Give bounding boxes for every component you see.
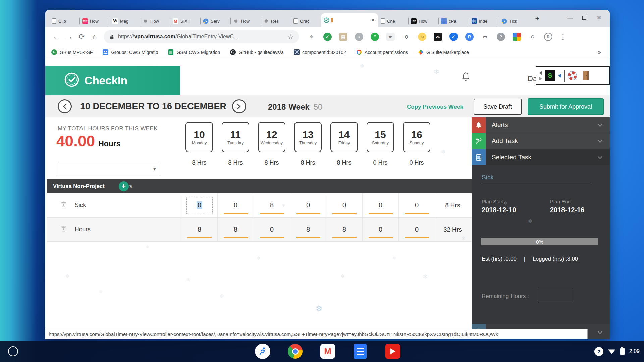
hours-cell[interactable]: 8 bbox=[217, 218, 254, 242]
bookmark-item[interactable]: G Suite Marketplace bbox=[418, 49, 469, 55]
day-card[interactable]: 16Sunday bbox=[403, 122, 430, 152]
palette-grid-icon[interactable] bbox=[513, 33, 521, 41]
tab[interactable]: WMag bbox=[110, 15, 140, 27]
window-minimize-button[interactable]: — bbox=[562, 11, 577, 24]
logout-door-icon[interactable] bbox=[583, 71, 589, 80]
previous-week-button[interactable] bbox=[58, 99, 72, 113]
bookmark-item[interactable]: GitHub - gsuitedevs/a bbox=[230, 49, 284, 55]
tab[interactable]: MSIXT bbox=[170, 15, 200, 27]
remaining-hours-input[interactable] bbox=[539, 287, 573, 302]
trash-icon[interactable] bbox=[61, 201, 66, 209]
sidebar-section-add-task[interactable]: Add Task bbox=[472, 133, 610, 149]
hours-cell[interactable]: 0 bbox=[362, 218, 398, 242]
vpn-session-icon[interactable]: S bbox=[545, 70, 555, 81]
save-draft-button[interactable]: Save Draft bbox=[474, 99, 522, 115]
sidebar-section-selected-task[interactable]: Selected Task bbox=[472, 149, 610, 165]
collapse-arrow-icon[interactable] bbox=[558, 73, 561, 78]
shelf-app-athletics[interactable] bbox=[255, 343, 271, 359]
shield-icon[interactable]: ✓ bbox=[449, 33, 458, 41]
tab[interactable]: HTGHow bbox=[408, 15, 438, 27]
shelf-app-gmail[interactable]: M bbox=[320, 343, 336, 359]
day-card[interactable]: 11Tuesday bbox=[222, 122, 249, 152]
address-bar[interactable]: https:// vpn.virtusa.com /GlobalTimeEntr… bbox=[104, 30, 299, 43]
bookmarks-overflow-icon[interactable]: » bbox=[598, 49, 601, 56]
reload-button[interactable]: ⟳ bbox=[75, 30, 88, 43]
sidebar-section-alerts[interactable]: Alerts bbox=[472, 117, 610, 133]
card-icon[interactable]: ▤ bbox=[339, 33, 347, 41]
hours-cell[interactable]: 0 bbox=[181, 193, 217, 218]
day-card[interactable]: 12Wednesday bbox=[258, 122, 285, 152]
shelf-app-docs[interactable] bbox=[352, 343, 368, 359]
copy-previous-week-link[interactable]: Copy Previous Week bbox=[407, 104, 463, 110]
tab[interactable]: How bbox=[230, 15, 261, 27]
tab-close-icon[interactable]: × bbox=[371, 17, 375, 23]
notification-bell-icon[interactable] bbox=[461, 72, 470, 83]
hours-input-focused[interactable]: 0 bbox=[186, 197, 213, 214]
hours-cell[interactable]: 0 bbox=[254, 218, 290, 242]
tab[interactable]: Che bbox=[378, 15, 408, 27]
tab-active[interactable]: × bbox=[321, 13, 378, 27]
forward-button[interactable]: → bbox=[63, 30, 75, 43]
hours-cell[interactable]: 0 bbox=[398, 218, 435, 242]
help-icon[interactable]: ? bbox=[497, 33, 505, 41]
tab[interactable]: Inde bbox=[469, 15, 499, 27]
dc-icon[interactable]: DC bbox=[434, 33, 442, 41]
day-card[interactable]: 15Saturday bbox=[367, 122, 394, 152]
window-maximize-button[interactable] bbox=[577, 11, 592, 24]
hours-cell[interactable]: 0 bbox=[326, 193, 362, 218]
hours-cell[interactable]: 8 bbox=[326, 218, 362, 242]
tab[interactable]: Orac bbox=[291, 15, 321, 27]
laptop-icon[interactable]: ▭ bbox=[481, 33, 489, 41]
hours-cell[interactable]: 8 bbox=[290, 218, 326, 242]
dart-icon[interactable]: ✈ bbox=[308, 33, 316, 41]
bookmark-item[interactable]: GSM CWS Migration bbox=[168, 49, 220, 55]
tab[interactable]: TNWHow bbox=[79, 15, 110, 27]
hours-cell[interactable]: 8 bbox=[254, 193, 290, 218]
tab[interactable]: How bbox=[140, 15, 170, 27]
day-card[interactable]: 13Thursday bbox=[294, 122, 322, 152]
browser-menu-icon[interactable]: ⋮ bbox=[560, 33, 566, 41]
tab[interactable]: cPa bbox=[438, 15, 469, 27]
hours-cell[interactable]: 0 bbox=[217, 193, 254, 218]
hours-cell[interactable]: 0 bbox=[398, 193, 435, 218]
check-circle-icon[interactable]: ✓ bbox=[323, 33, 332, 41]
help-lifesaver-icon[interactable] bbox=[568, 71, 577, 80]
quote-bubble-icon[interactable]: " bbox=[371, 33, 379, 41]
add-task-row-button[interactable]: + bbox=[119, 181, 129, 191]
day-card[interactable]: 10Monday bbox=[185, 122, 213, 152]
next-week-button[interactable] bbox=[232, 99, 246, 113]
new-tab-button[interactable]: + bbox=[532, 14, 542, 24]
tab[interactable]: Serv bbox=[200, 15, 230, 27]
submit-for-approval-button[interactable]: Submit for Approval bbox=[528, 98, 604, 115]
tab[interactable]: Tick bbox=[499, 15, 529, 27]
launcher-button[interactable] bbox=[8, 346, 18, 356]
hours-cell[interactable]: 0 bbox=[290, 193, 326, 218]
hours-cell[interactable]: 8 bbox=[181, 218, 217, 242]
g-icon[interactable]: G bbox=[528, 33, 537, 41]
radar-icon[interactable]: R bbox=[465, 33, 474, 41]
bookmark-item[interactable]: Groups: CWS Migratio bbox=[103, 49, 158, 55]
tab[interactable]: Clip bbox=[49, 15, 79, 27]
shelf-app-youtube[interactable] bbox=[385, 343, 401, 359]
hours-cell[interactable]: 0 bbox=[362, 193, 398, 218]
home-button[interactable]: ⌂ bbox=[88, 30, 101, 43]
window-close-button[interactable]: × bbox=[592, 11, 606, 24]
note-pencil-icon[interactable]: ✏ bbox=[386, 33, 395, 41]
bookmark-item[interactable]: Account permissions bbox=[356, 49, 408, 55]
trash-icon[interactable] bbox=[61, 226, 66, 233]
shelf-app-chrome[interactable] bbox=[287, 343, 303, 359]
tab[interactable]: Res bbox=[261, 15, 291, 27]
bookmark-star-icon[interactable]: ☆ bbox=[285, 33, 293, 41]
bookmark-item[interactable]: GGBus MP5->SF bbox=[51, 49, 93, 55]
gray-app-icon[interactable]: • bbox=[355, 33, 363, 41]
bookmark-item[interactable]: componentid:320102 bbox=[294, 49, 346, 55]
search-pen-icon[interactable]: Q bbox=[402, 33, 411, 41]
status-tray[interactable]: 2 2:09 bbox=[594, 341, 640, 362]
back-button[interactable]: ← bbox=[50, 30, 63, 43]
day-card[interactable]: 14Friday bbox=[330, 122, 358, 152]
selected-task-name[interactable]: Sick bbox=[482, 174, 494, 181]
vpn-nav-arrows-icon[interactable] bbox=[539, 71, 542, 81]
filter-dropdown[interactable]: ▾ bbox=[58, 162, 160, 176]
smiley-icon[interactable]: ☺ bbox=[418, 33, 426, 41]
r-ring-icon[interactable]: R bbox=[544, 33, 552, 41]
